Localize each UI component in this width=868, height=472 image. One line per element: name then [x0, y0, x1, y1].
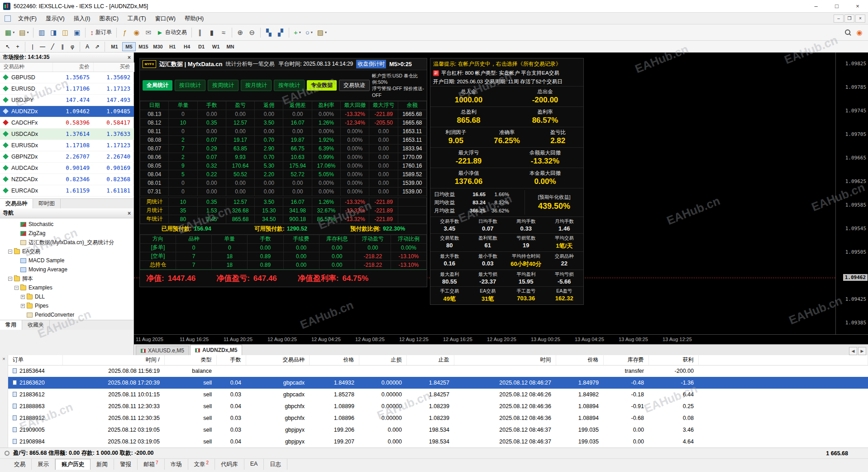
- nav-item[interactable]: −EA交易: [0, 247, 134, 256]
- order-row[interactable]: 218636202025.08.08 17:20:39sell0.04gbpca…: [8, 377, 868, 389]
- daily-stats-row[interactable]: 08.0450.2250.522.2052.725.05%0.00%0.0015…: [140, 170, 427, 178]
- terminal-tab[interactable]: EA: [244, 459, 264, 470]
- terminal-tab[interactable]: 交易: [8, 459, 32, 470]
- order-row[interactable]: 218889122025.08.11 12:30:35sell0.03gbpch…: [8, 412, 868, 424]
- market-watch-column-header[interactable]: 交易品种: [0, 63, 52, 72]
- daily-stats-row[interactable]: 08.0100.000.000.000.000.00%0.00%0.001539…: [140, 178, 427, 187]
- orders-column-header[interactable]: 获利: [649, 355, 698, 365]
- data-window-button[interactable]: ◨: [48, 26, 59, 39]
- price-axis[interactable]: 1.098251.097851.097451.097051.096651.096…: [835, 53, 868, 334]
- scroll-right-icon[interactable]: ▶: [858, 347, 866, 355]
- order-row[interactable]: 219090052025.08.12 03:19:05sell0.03gbpjp…: [8, 424, 868, 436]
- period-selector-button[interactable]: ○▾: [303, 26, 315, 39]
- line-chart-button[interactable]: ≈: [218, 26, 229, 39]
- maximize-button[interactable]: □: [826, 0, 847, 13]
- orders-column-header[interactable]: 手数: [216, 355, 246, 365]
- orders-column-header[interactable]: 交易品种: [246, 355, 309, 365]
- minimize-button[interactable]: –: [806, 0, 826, 13]
- summary-stats-row[interactable]: 月统计351.53326.6815.30341.9832.67%-13.32%-…: [140, 206, 427, 215]
- terminal-tab[interactable]: 日志: [264, 459, 287, 470]
- daily-stats-row[interactable]: 08.0620.079.930.7010.630.99%0.00%0.00177…: [140, 153, 427, 161]
- order-row[interactable]: 218836122025.08.11 10:01:15sell0.03gbpca…: [8, 389, 868, 400]
- nav-item[interactable]: Moving Average: [0, 265, 134, 274]
- timeframe-h4[interactable]: H4: [180, 42, 194, 51]
- terminal-tab[interactable]: 展示: [32, 459, 55, 470]
- market-watch-row[interactable]: AUDCADx0.901490.90169: [0, 162, 134, 173]
- crosshair-tool-button[interactable]: +: [13, 42, 23, 51]
- timeframe-m1[interactable]: M1: [108, 42, 121, 51]
- timeframe-mn[interactable]: MN: [224, 42, 237, 51]
- timeframe-d1[interactable]: D1: [195, 42, 208, 51]
- market-watch-row[interactable]: NZDCADx0.823460.82368: [0, 173, 134, 185]
- nav-item[interactable]: +Pipes: [0, 301, 134, 310]
- timeframe-m5[interactable]: M5: [122, 42, 136, 51]
- mailbox-button[interactable]: ✉: [143, 26, 154, 39]
- terminal-tab[interactable]: 新闻: [91, 459, 114, 470]
- scroll-left-icon[interactable]: ◀: [849, 347, 857, 355]
- chart-close-button[interactable]: ×: [855, 14, 865, 23]
- market-watch-button[interactable]: ▥: [36, 26, 48, 39]
- terminal-tab[interactable]: 市场: [165, 459, 188, 470]
- nav-item[interactable]: −Examples: [0, 283, 134, 292]
- template-selector-button[interactable]: ▨▾: [315, 26, 329, 39]
- fibonacci-tool-button[interactable]: φ: [67, 42, 77, 51]
- autotrading-button[interactable]: ►自动交易: [154, 26, 189, 39]
- nav-item[interactable]: 迈汇数据(MyfxData.cn)_交易统计分: [0, 238, 134, 247]
- daily-stats-row[interactable]: 08.12100.3512.573.5016.071.26%-12.34%-20…: [140, 118, 427, 127]
- chart-tab[interactable]: XAUUSD.e,M5: [136, 346, 189, 355]
- market-watch-tab[interactable]: 交易品种: [0, 199, 33, 208]
- cursor-tool-button[interactable]: ↖: [3, 42, 13, 51]
- daily-stats-row[interactable]: 08.1100.000.000.000.000.00%0.00%0.001653…: [140, 127, 427, 135]
- stats-tab[interactable]: 按周统计: [208, 80, 238, 91]
- orders-column-header[interactable]: 时间 /: [62, 355, 164, 365]
- nav-item[interactable]: Stochastic: [0, 220, 134, 229]
- zoom-in-button[interactable]: ⊕: [234, 26, 246, 39]
- terminal-button[interactable]: ▣: [71, 26, 83, 39]
- search-button[interactable]: [842, 26, 854, 39]
- community-button[interactable]: ◉: [854, 26, 865, 39]
- expand-minus-icon[interactable]: −: [8, 277, 12, 281]
- zoom-out-button[interactable]: ⊖: [246, 26, 258, 39]
- daily-stats-row[interactable]: 07.3100.000.000.000.000.00%0.00%0.001539…: [140, 187, 427, 196]
- terminal-tab[interactable]: 账户历史: [55, 459, 91, 470]
- text-label-tool-button[interactable]: A: [82, 42, 92, 51]
- timeframe-m15[interactable]: M15: [137, 42, 150, 51]
- position-row[interactable]: [多单]000.000.000.000.000.00%: [140, 243, 427, 252]
- market-watch-row[interactable]: USDCADx1.376141.37633: [0, 128, 134, 140]
- market-watch-column-header[interactable]: 卖价: [52, 63, 93, 72]
- market-watch-row[interactable]: EURUSD1.171061.17123: [0, 83, 134, 94]
- timeframe-h1[interactable]: H1: [166, 42, 179, 51]
- close-button[interactable]: ×: [847, 0, 868, 13]
- navigator-close-icon[interactable]: ×: [128, 210, 131, 217]
- cascade-windows-button[interactable]: ▞: [275, 26, 286, 39]
- stats-tab[interactable]: 按年统计: [274, 80, 305, 91]
- expand-minus-icon[interactable]: −: [8, 250, 12, 254]
- menu-item[interactable]: 插入(I): [69, 14, 95, 23]
- summary-stats-row[interactable]: 年统计803.45865.6834.50900.1886.57%-13.32%-…: [140, 215, 427, 223]
- daily-stats-row[interactable]: 08.0770.2963.852.9066.756.39%0.00%0.0018…: [140, 144, 427, 153]
- new-order-button[interactable]: ↕新订单: [88, 26, 114, 39]
- stats-tab[interactable]: 按日统计: [175, 80, 205, 91]
- orders-column-header[interactable]: 类型: [164, 355, 216, 365]
- stats-tab[interactable]: 按月统计: [241, 80, 272, 91]
- orders-column-header[interactable]: 库存费: [603, 355, 649, 365]
- market-watch-row[interactable]: EURUSDx1.171081.17123: [0, 140, 134, 151]
- nav-item[interactable]: ZigZag: [0, 229, 134, 238]
- navigator-tab[interactable]: 收藏夹: [22, 320, 50, 330]
- chart-restore-button[interactable]: ❐: [844, 14, 854, 23]
- daily-stats-row[interactable]: 08.0590.32170.645.30175.9417.06%0.00%0.0…: [140, 161, 427, 170]
- orders-column-header[interactable]: 订单: [8, 355, 62, 365]
- chart-area[interactable]: MYFX 迈汇数据 | MyfxData.cn 统计分析每一笔交易 平台时间: …: [134, 53, 868, 344]
- alerts-button[interactable]: ◉: [131, 26, 143, 39]
- daily-stats-row[interactable]: 08.0820.0719.170.7019.871.92%0.00%0.0016…: [140, 135, 427, 144]
- trendline-tool-button[interactable]: ╱: [48, 42, 57, 51]
- navigator-button[interactable]: ◫: [59, 26, 71, 39]
- stats-tab[interactable]: 专业数据: [307, 80, 337, 91]
- bar-chart-button[interactable]: ∥: [194, 26, 206, 39]
- menu-item[interactable]: 显示(V): [41, 14, 69, 23]
- stats-tab[interactable]: 全局统计: [143, 80, 172, 91]
- orders-column-header[interactable]: 止盈: [406, 355, 454, 365]
- nav-item[interactable]: MACD Sample: [0, 256, 134, 265]
- terminal-close-icon[interactable]: ×: [2, 356, 5, 361]
- stats-tab[interactable]: 交易轨迹: [339, 80, 370, 91]
